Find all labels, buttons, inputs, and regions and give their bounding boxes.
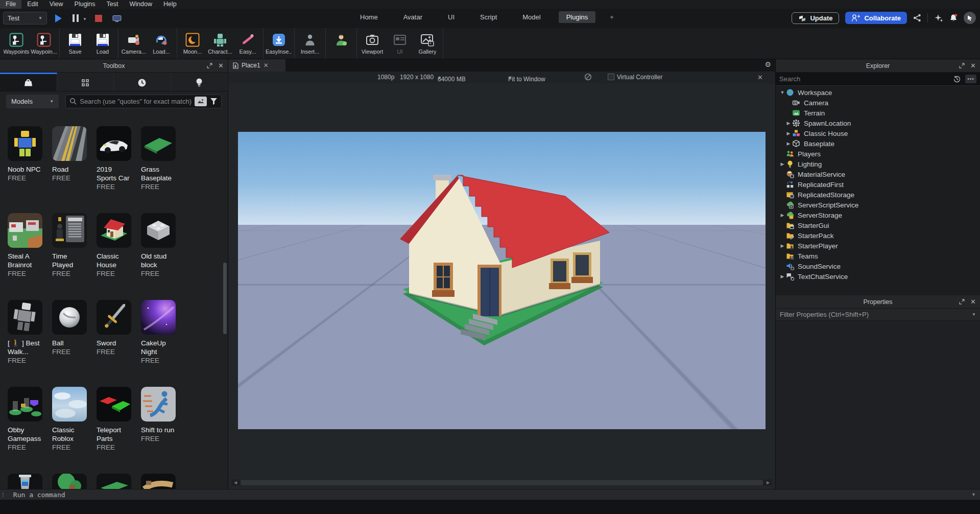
plugin-button-viewport[interactable]: Viewport xyxy=(358,28,386,59)
toolbox-item-ball[interactable]: BallFREE xyxy=(52,300,87,387)
plugin-button-load[interactable]: Load xyxy=(89,28,116,59)
scroll-left-arrow[interactable]: ◀ xyxy=(231,479,240,486)
plugin-button-easy[interactable]: Easy... xyxy=(234,28,261,59)
no-rotation-icon[interactable] xyxy=(584,73,592,81)
expand-arrow-icon[interactable]: ▶ xyxy=(779,213,786,218)
toolbox-item-shift-to-run[interactable]: Shift to runFREE xyxy=(141,387,176,474)
tree-item-starterpack[interactable]: StarterPack xyxy=(776,230,980,241)
tree-item-baseplate[interactable]: ▶Baseplate xyxy=(776,138,980,149)
tree-item-camera[interactable]: Camera xyxy=(776,98,980,108)
tree-item-spawnlocation[interactable]: ▶SpawnLocation xyxy=(776,118,980,128)
plugin-button-easyinse[interactable]: EasyInse... xyxy=(265,28,293,59)
toolbox-item-2019-sports-car-rosh[interactable]: 2019 Sports Car // RoshFREE xyxy=(97,126,131,213)
close-icon[interactable]: ✕ xyxy=(970,298,976,305)
play-button[interactable] xyxy=(55,14,62,22)
menu-help[interactable]: Help xyxy=(158,0,182,9)
tree-item-teams[interactable]: Teams xyxy=(776,251,980,261)
plugin-button-load[interactable]: Load... xyxy=(148,28,175,59)
close-icon[interactable]: ✕ xyxy=(264,62,269,69)
toolbox-item-teleport-parts[interactable]: Teleport PartsFREE xyxy=(97,387,131,474)
toolbox-item-old-stud-block[interactable]: Old stud blockFREE xyxy=(141,213,176,300)
close-icon[interactable]: ✕ xyxy=(757,74,763,81)
menu-test[interactable]: Test xyxy=(101,0,124,9)
plugin-button-camera[interactable]: Camera... xyxy=(120,28,148,59)
menu-window[interactable]: Window xyxy=(124,0,158,9)
tree-item-replicatedfirst[interactable]: ReplicatedFirst xyxy=(776,179,980,190)
tree-item-players[interactable]: Players xyxy=(776,149,980,159)
expand-arrow-icon[interactable]: ▶ xyxy=(779,243,786,248)
tree-item-classic-house[interactable]: ▶Classic House xyxy=(776,128,980,138)
undock-icon[interactable] xyxy=(959,63,965,68)
scroll-right-arrow[interactable]: ▶ xyxy=(764,479,772,486)
add-tab-button[interactable]: + xyxy=(606,11,618,23)
tree-item-startergui[interactable]: StarterGui xyxy=(776,220,980,230)
toolbox-item-time-played-leaderboa[interactable]: Time Played Leaderboa...FREE xyxy=(52,213,87,300)
expand-arrow-icon[interactable]: ▶ xyxy=(779,161,786,167)
menu-file[interactable]: File xyxy=(0,0,21,9)
tab-avatar[interactable]: Avatar xyxy=(396,11,430,23)
history-icon[interactable] xyxy=(953,75,961,83)
tree-item-workspace[interactable]: ▼Workspace xyxy=(776,87,980,98)
pause-dropdown-caret[interactable]: ▼ xyxy=(83,17,87,21)
tree-item-soundservice[interactable]: SoundService xyxy=(776,261,980,271)
plugin-button-save[interactable]: Save xyxy=(61,28,89,59)
update-button[interactable]: Update xyxy=(792,12,839,24)
tree-item-lighting[interactable]: ▶Lighting xyxy=(776,159,980,169)
tab-inventory[interactable] xyxy=(57,73,114,91)
tab-script[interactable]: Script xyxy=(472,11,505,23)
tab-model[interactable]: Model xyxy=(515,11,548,23)
toolbox-item-road[interactable]: RoadFREE xyxy=(52,126,87,213)
scrollbar-thumb[interactable] xyxy=(241,480,763,485)
toolbox-item-best-walk[interactable]: [ 🚶 ] Best Walk...FREE xyxy=(8,300,42,387)
menu-plugins[interactable]: Plugins xyxy=(69,0,101,9)
expand-arrow-icon[interactable]: ▼ xyxy=(779,90,786,95)
gear-icon[interactable]: ⚙ xyxy=(764,61,771,68)
plugin-button-waypoin[interactable]: Waypoin... xyxy=(30,28,58,59)
viewport-horizontal-scrollbar[interactable]: ◀ ▶ xyxy=(231,479,772,486)
toolbox-item-classic-roblox-sk[interactable]: Classic Roblox Sk...FREE xyxy=(52,387,87,474)
tab-creations[interactable] xyxy=(171,73,228,91)
toolbox-item-sword[interactable]: SwordFREE xyxy=(97,300,131,387)
more-options-button[interactable]: ••• xyxy=(965,75,976,83)
tree-item-materialservice[interactable]: MaterialService xyxy=(776,169,980,179)
place-tab[interactable]: Place1 ✕ xyxy=(228,59,285,72)
expand-arrow-icon[interactable]: ▶ xyxy=(785,121,792,126)
expand-arrow-icon[interactable]: ▶ xyxy=(785,141,792,146)
toolbox-search-input[interactable]: Search (use "quotes" for exact match) xyxy=(65,95,222,108)
3d-viewport-canvas[interactable] xyxy=(238,132,766,429)
close-icon[interactable]: ✕ xyxy=(970,62,976,69)
plugin-button-charact[interactable]: Charact... xyxy=(206,28,234,59)
expand-arrow-icon[interactable]: ▶ xyxy=(779,274,786,279)
plugin-button-moon[interactable]: Moon... xyxy=(179,28,206,59)
undock-icon[interactable] xyxy=(207,63,212,68)
drag-grip-icon[interactable]: ⁝ xyxy=(0,491,6,498)
virtual-controller-checkbox[interactable] xyxy=(608,74,614,80)
toolbox-item-steal-a-brainrot-map[interactable]: Steal A Brainrot MapFREE xyxy=(8,213,42,300)
tree-item-replicatedstorage[interactable]: ReplicatedStorage xyxy=(776,190,980,200)
tree-item-starterplayer[interactable]: ▶StarterPlayer xyxy=(776,241,980,251)
toolbox-scrollbar[interactable] xyxy=(223,263,227,334)
plugin-button-waypoints[interactable]: Waypoints xyxy=(3,28,30,59)
toolbox-item-grass-baseplate[interactable]: Grass BaseplateFREE xyxy=(141,126,176,213)
device-emulator-icon[interactable] xyxy=(112,14,122,22)
toolbox-item-cakeup-night-sky[interactable]: CakeUp Night Sky...FREE xyxy=(141,300,176,387)
plugin-button-gallery[interactable]: Gallery xyxy=(414,28,441,59)
plugin-button-insert[interactable]: Insert... xyxy=(296,28,324,59)
toolbox-item[interactable] xyxy=(97,474,131,490)
explorer-search-input[interactable]: Search ••• xyxy=(776,73,980,86)
tree-item-serverscriptservice[interactable]: ServerScriptService xyxy=(776,200,980,210)
plugin-button-avatar-person[interactable] xyxy=(327,28,355,59)
toolbox-item[interactable] xyxy=(8,474,42,490)
tab-plugins[interactable]: Plugins xyxy=(559,11,596,23)
collaborate-button[interactable]: Collaborate xyxy=(845,12,907,24)
properties-filter-input[interactable]: Filter Properties (Ctrl+Shift+P) ▼ xyxy=(776,309,980,321)
toolbox-item-obby-gamepass[interactable]: Obby GamepassFREE xyxy=(8,387,42,474)
tab-marketplace[interactable] xyxy=(0,73,57,91)
expand-arrow-icon[interactable]: ▶ xyxy=(785,131,792,136)
tab-recent[interactable] xyxy=(114,73,171,91)
test-mode-dropdown[interactable]: Test ▼ xyxy=(3,12,47,25)
tree-item-terrain[interactable]: Terrain xyxy=(776,108,980,118)
filter-funnel-icon[interactable] xyxy=(210,98,218,105)
chevron-down-icon[interactable]: ▼ xyxy=(971,492,976,497)
category-dropdown[interactable]: Models ▼ xyxy=(6,95,59,108)
